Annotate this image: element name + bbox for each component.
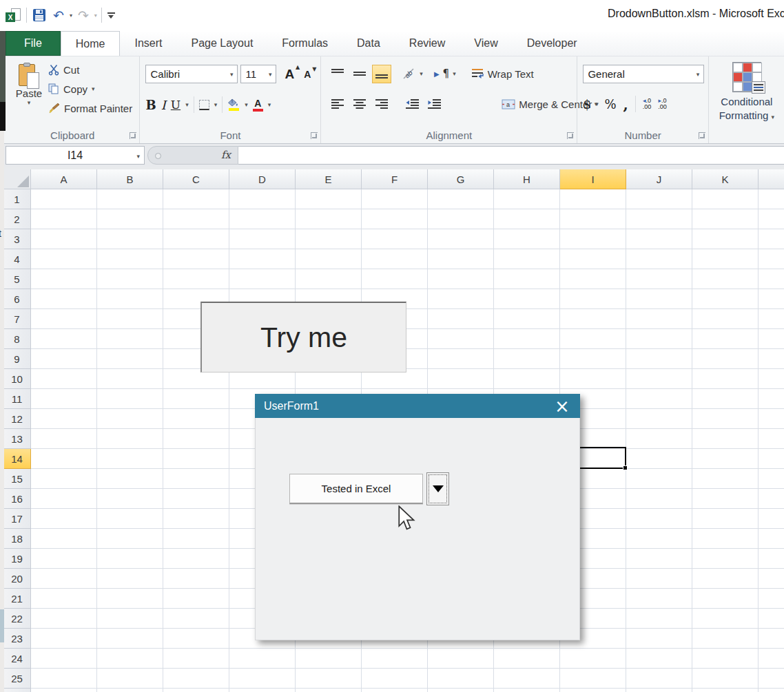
close-icon[interactable]: × bbox=[551, 394, 573, 418]
grow-font-button[interactable]: A▲ bbox=[285, 67, 294, 82]
font-dialog-launcher-icon[interactable] bbox=[311, 132, 318, 139]
tab-page-layout[interactable]: Page Layout bbox=[176, 31, 267, 56]
alignment-dialog-launcher-icon[interactable] bbox=[567, 132, 574, 139]
font-color-button[interactable]: A bbox=[253, 98, 263, 112]
wrap-text-button[interactable]: Wrap Text bbox=[471, 68, 534, 80]
column-header-k[interactable]: K bbox=[692, 169, 759, 189]
underline-button[interactable]: U bbox=[171, 98, 180, 112]
align-right-button[interactable] bbox=[372, 95, 391, 114]
fill-handle[interactable] bbox=[623, 465, 628, 470]
tab-developer[interactable]: Developer bbox=[513, 31, 592, 56]
save-icon[interactable] bbox=[31, 6, 48, 24]
accounting-format-button[interactable]: $ ▾ bbox=[583, 97, 597, 112]
row-header-17[interactable]: 17 bbox=[3, 509, 31, 529]
tab-view[interactable]: View bbox=[460, 31, 512, 56]
conditional-formatting-button[interactable]: Conditional Formatting ▾ bbox=[713, 61, 781, 123]
row-header-23[interactable]: 23 bbox=[3, 629, 31, 649]
middle-align-button[interactable] bbox=[350, 65, 369, 83]
number-dialog-launcher-icon[interactable] bbox=[699, 132, 705, 139]
column-header-f[interactable]: F bbox=[362, 169, 428, 189]
column-header-b[interactable]: B bbox=[97, 169, 163, 189]
percent-style-button[interactable]: % bbox=[604, 97, 616, 112]
copy-button[interactable]: Copy ▾ bbox=[48, 81, 132, 96]
bold-button[interactable]: B bbox=[145, 98, 156, 112]
column-header-a[interactable]: A bbox=[31, 169, 97, 189]
font-size-select[interactable]: 11 ▾ bbox=[240, 65, 276, 83]
shrink-font-button[interactable]: A▼ bbox=[304, 69, 311, 80]
row-header-partial[interactable] bbox=[3, 689, 31, 692]
row-header-13[interactable]: 13 bbox=[3, 429, 31, 449]
bottom-align-button[interactable] bbox=[372, 65, 391, 83]
font-family-select[interactable]: Calibri ▾ bbox=[145, 65, 238, 83]
row-header-18[interactable]: 18 bbox=[3, 529, 31, 549]
undo-icon[interactable]: ↶ bbox=[52, 6, 65, 24]
align-left-button[interactable] bbox=[328, 95, 347, 114]
name-box[interactable]: I14 ▾ bbox=[6, 146, 145, 165]
dropdown-main-button[interactable]: Tested in Excel bbox=[289, 474, 423, 504]
row-header-22[interactable]: 22 bbox=[3, 609, 31, 629]
row-header-1[interactable]: 1 bbox=[3, 189, 31, 209]
row-header-5[interactable]: 5 bbox=[3, 269, 31, 289]
column-header-c[interactable]: C bbox=[163, 169, 229, 189]
fill-color-button[interactable] bbox=[227, 98, 240, 111]
row-header-12[interactable]: 12 bbox=[3, 409, 31, 429]
decrease-indent-button[interactable] bbox=[402, 95, 422, 114]
top-align-button[interactable] bbox=[328, 65, 347, 83]
fill-color-dropdown-icon[interactable]: ▾ bbox=[245, 101, 248, 108]
column-header-i[interactable]: I bbox=[560, 169, 626, 189]
text-direction-button[interactable]: ▶ ¶ ▾ bbox=[434, 67, 456, 80]
row-header-10[interactable]: 10 bbox=[3, 369, 31, 389]
number-format-select[interactable]: General ▾ bbox=[583, 65, 704, 83]
column-header-j[interactable]: J bbox=[626, 169, 692, 189]
tab-home[interactable]: Home bbox=[61, 31, 121, 56]
row-header-15[interactable]: 15 bbox=[3, 469, 31, 489]
formula-input[interactable] bbox=[238, 146, 784, 165]
decrease-decimal-button[interactable]: ▸.0 .00 bbox=[658, 98, 667, 110]
borders-icon[interactable] bbox=[199, 100, 209, 110]
row-header-3[interactable]: 3 bbox=[3, 229, 31, 249]
paste-dropdown-icon[interactable]: ▾ bbox=[28, 99, 31, 106]
row-header-14[interactable]: 14 bbox=[3, 449, 31, 469]
font-color-dropdown-icon[interactable]: ▾ bbox=[268, 101, 271, 108]
paste-button[interactable]: Paste ▾ bbox=[12, 61, 45, 125]
row-header-25[interactable]: 25 bbox=[3, 669, 31, 689]
try-me-button[interactable]: Try me bbox=[200, 302, 406, 373]
column-header-partial[interactable] bbox=[759, 169, 784, 189]
comma-style-button[interactable]: , bbox=[623, 96, 628, 113]
row-header-7[interactable]: 7 bbox=[3, 309, 31, 329]
row-header-11[interactable]: 11 bbox=[3, 389, 31, 409]
italic-button[interactable]: I bbox=[161, 98, 166, 112]
tab-data[interactable]: Data bbox=[342, 31, 395, 56]
align-center-button[interactable] bbox=[350, 95, 369, 114]
increase-decimal-button[interactable]: ◂.0 .00 bbox=[643, 98, 652, 110]
row-header-9[interactable]: 9 bbox=[3, 349, 31, 369]
row-header-8[interactable]: 8 bbox=[3, 329, 31, 349]
orientation-button[interactable]: ab ▾ bbox=[402, 67, 423, 80]
tab-file[interactable]: File bbox=[6, 31, 61, 56]
column-header-d[interactable]: D bbox=[229, 169, 296, 189]
row-header-24[interactable]: 24 bbox=[3, 649, 31, 669]
row-header-21[interactable]: 21 bbox=[3, 589, 31, 609]
row-header-16[interactable]: 16 bbox=[3, 489, 31, 509]
undo-dropdown-icon[interactable]: ▾ bbox=[70, 12, 72, 19]
increase-indent-button[interactable] bbox=[424, 95, 444, 114]
customize-qat-icon[interactable] bbox=[106, 6, 116, 24]
row-header-2[interactable]: 2 bbox=[3, 209, 31, 229]
underline-dropdown-icon[interactable]: ▾ bbox=[185, 101, 189, 108]
tab-insert[interactable]: Insert bbox=[120, 31, 176, 56]
column-header-g[interactable]: G bbox=[428, 169, 494, 189]
tab-review[interactable]: Review bbox=[395, 31, 460, 56]
cut-button[interactable]: Cut bbox=[48, 62, 132, 77]
column-header-h[interactable]: H bbox=[494, 169, 560, 189]
name-box-dropdown-icon[interactable]: ▾ bbox=[136, 153, 140, 160]
row-header-19[interactable]: 19 bbox=[3, 549, 31, 569]
userform-title-bar[interactable]: UserForm1 × bbox=[255, 394, 580, 418]
dropdown-arrow-button[interactable] bbox=[426, 472, 449, 505]
excel-logo-icon[interactable]: X bbox=[4, 6, 22, 24]
fx-icon[interactable]: fx bbox=[221, 149, 231, 161]
copy-dropdown-icon[interactable]: ▾ bbox=[92, 85, 95, 92]
clipboard-dialog-launcher-icon[interactable] bbox=[130, 132, 136, 139]
format-painter-button[interactable]: Format Painter bbox=[48, 101, 132, 116]
borders-dropdown-icon[interactable]: ▾ bbox=[214, 101, 218, 108]
column-header-e[interactable]: E bbox=[296, 169, 362, 189]
